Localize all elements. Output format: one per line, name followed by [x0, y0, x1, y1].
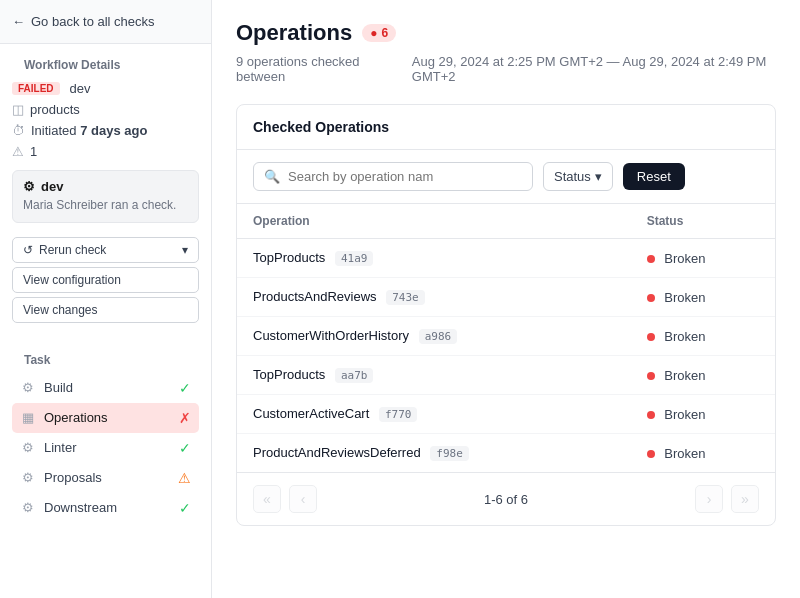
table-row: ProductsAndReviews 743e Broken	[237, 278, 775, 317]
task-label-linter: Linter	[44, 440, 171, 455]
op-tag: f98e	[430, 446, 469, 461]
linter-icon: ⚙	[20, 440, 36, 455]
op-status-cell: Broken	[631, 317, 775, 356]
table-row: TopProducts 41a9 Broken	[237, 239, 775, 278]
workflow-name: dev	[70, 81, 91, 96]
operations-status-icon: ✗	[179, 410, 191, 426]
op-name: TopProducts	[253, 250, 325, 265]
reset-button[interactable]: Reset	[623, 163, 685, 190]
prev-page-button[interactable]: ‹	[289, 485, 317, 513]
op-name: CustomerActiveCart	[253, 406, 369, 421]
op-status-text: Broken	[664, 407, 705, 422]
op-tag: f770	[379, 407, 418, 422]
action-buttons: ↺ Rerun check ▾ View configuration View …	[0, 227, 211, 327]
workflow-status-row: FAILED dev	[12, 78, 199, 99]
workflow-initiated: Initiated 7 days ago	[31, 123, 147, 138]
broken-dot-icon	[647, 333, 655, 341]
ops-count: 9 operations checked between	[236, 54, 396, 84]
proposals-status-icon: ⚠	[178, 470, 191, 486]
rerun-label: Rerun check	[39, 243, 106, 257]
checked-ops-header: Checked Operations	[237, 105, 775, 150]
op-status-cell: Broken	[631, 356, 775, 395]
task-item-downstream[interactable]: ⚙ Downstream ✓	[12, 493, 199, 523]
first-page-button[interactable]: «	[253, 485, 281, 513]
date-range-value: Aug 29, 2024 at 2:25 PM GMT+2 — Aug 29, …	[412, 54, 776, 84]
broken-dot-icon	[647, 411, 655, 419]
op-name-cell: ProductAndReviewsDeferred f98e	[237, 434, 631, 473]
broken-dot-icon	[647, 294, 655, 302]
sidebar: ← Go back to all checks Workflow Details…	[0, 0, 212, 598]
workflow-details-title: Workflow Details	[12, 44, 199, 78]
task-section: Task ⚙ Build ✓ ▦ Operations ✗ ⚙ Linter ✓…	[0, 327, 211, 527]
col-status: Status	[631, 204, 775, 239]
task-item-linter[interactable]: ⚙ Linter ✓	[12, 433, 199, 463]
dev-block-sub: Maria Schreiber ran a check.	[23, 197, 188, 214]
table-row: TopProducts aa7b Broken	[237, 356, 775, 395]
status-chevron-icon: ▾	[595, 169, 602, 184]
error-count: 6	[381, 26, 388, 40]
view-config-label: View configuration	[23, 273, 121, 287]
workflow-product-row: ◫ products	[12, 99, 199, 120]
op-name-cell: CustomerWithOrderHistory a986	[237, 317, 631, 356]
col-operation: Operation	[237, 204, 631, 239]
task-item-proposals[interactable]: ⚙ Proposals ⚠	[12, 463, 199, 493]
op-status-text: Broken	[664, 290, 705, 305]
op-status-cell: Broken	[631, 434, 775, 473]
status-dropdown[interactable]: Status ▾	[543, 162, 613, 191]
workflow-initiated-row: ⏱ Initiated 7 days ago	[12, 120, 199, 141]
op-name: ProductAndReviewsDeferred	[253, 445, 421, 460]
downstream-status-icon: ✓	[179, 500, 191, 516]
search-icon: 🔍	[264, 169, 280, 184]
op-name-cell: TopProducts 41a9	[237, 239, 631, 278]
op-tag: 41a9	[335, 251, 374, 266]
table-header-row: Operation Status	[237, 204, 775, 239]
checked-ops-section: Checked Operations 🔍 Status ▾ Reset Oper…	[236, 104, 776, 526]
main-content: Operations ● 6 9 operations checked betw…	[212, 0, 800, 598]
search-box[interactable]: 🔍	[253, 162, 533, 191]
ops-toolbar: 🔍 Status ▾ Reset	[237, 150, 775, 204]
error-dot-icon: ●	[370, 26, 377, 40]
last-page-button[interactable]: »	[731, 485, 759, 513]
op-tag: 743e	[386, 290, 425, 305]
op-name-cell: CustomerActiveCart f770	[237, 395, 631, 434]
dev-block: ⚙ dev Maria Schreiber ran a check.	[12, 170, 199, 223]
op-name: ProductsAndReviews	[253, 289, 377, 304]
rerun-icon: ↺	[23, 243, 33, 257]
broken-dot-icon	[647, 450, 655, 458]
workflow-product: products	[30, 102, 80, 117]
back-link[interactable]: ← Go back to all checks	[0, 0, 211, 44]
op-status-cell: Broken	[631, 278, 775, 317]
dev-block-icon: ⚙	[23, 179, 35, 194]
next-page-button[interactable]: ›	[695, 485, 723, 513]
build-status-icon: ✓	[179, 380, 191, 396]
op-status-text: Broken	[664, 329, 705, 344]
op-status-text: Broken	[664, 251, 705, 266]
clock-icon: ⏱	[12, 123, 25, 138]
op-name: TopProducts	[253, 367, 325, 382]
op-status-text: Broken	[664, 368, 705, 383]
task-item-build[interactable]: ⚙ Build ✓	[12, 373, 199, 403]
rerun-check-button[interactable]: ↺ Rerun check ▾	[12, 237, 199, 263]
op-status-text: Broken	[664, 446, 705, 461]
op-status-cell: Broken	[631, 395, 775, 434]
error-badge: ● 6	[362, 24, 396, 42]
view-configuration-button[interactable]: View configuration	[12, 267, 199, 293]
task-label-build: Build	[44, 380, 171, 395]
op-status-cell: Broken	[631, 239, 775, 278]
view-changes-label: View changes	[23, 303, 98, 317]
view-changes-button[interactable]: View changes	[12, 297, 199, 323]
linter-status-icon: ✓	[179, 440, 191, 456]
pagination: « ‹ 1-6 of 6 › »	[237, 472, 775, 525]
back-link-label: Go back to all checks	[31, 14, 155, 29]
workflow-warning: 1	[30, 144, 37, 159]
search-input[interactable]	[288, 169, 522, 184]
proposals-icon: ⚙	[20, 470, 36, 485]
table-row: CustomerWithOrderHistory a986 Broken	[237, 317, 775, 356]
page-info: 1-6 of 6	[325, 492, 687, 507]
broken-dot-icon	[647, 255, 655, 263]
op-name-cell: TopProducts aa7b	[237, 356, 631, 395]
task-item-operations[interactable]: ▦ Operations ✗	[12, 403, 199, 433]
table-row: ProductAndReviewsDeferred f98e Broken	[237, 434, 775, 473]
build-icon: ⚙	[20, 380, 36, 395]
failed-badge: FAILED	[12, 82, 60, 95]
